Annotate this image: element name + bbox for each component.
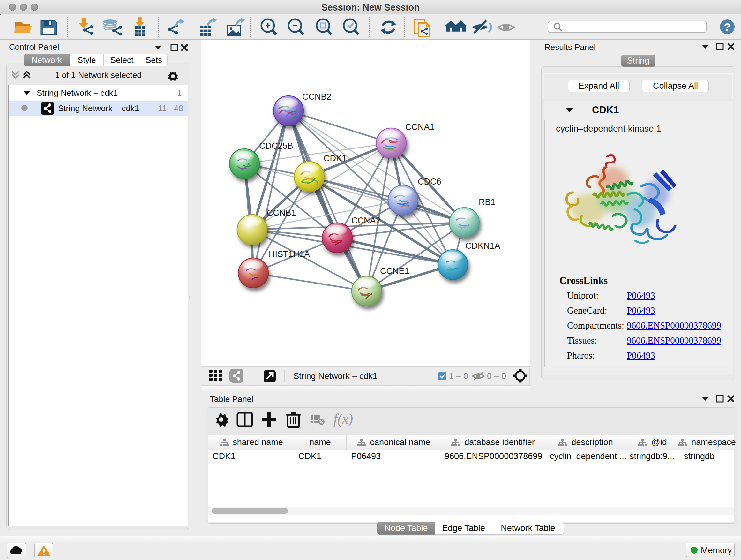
svg-text:HIST1H1A: HIST1H1A <box>269 249 310 259</box>
svg-text:CCNE1: CCNE1 <box>380 266 409 276</box>
svg-text:CCNA2: CCNA2 <box>351 216 381 226</box>
svg-text:CDC25B: CDC25B <box>259 141 293 151</box>
svg-text:1 – 0: 1 – 0 <box>449 371 468 381</box>
svg-text:CDKN1A: CDKN1A <box>465 241 500 251</box>
svg-text:String Network – cdk1: String Network – cdk1 <box>293 371 378 381</box>
svg-text:CDK1: CDK1 <box>324 153 347 163</box>
svg-text:RB1: RB1 <box>479 197 495 207</box>
svg-text:f(x): f(x) <box>333 411 353 427</box>
svg-text:CCNA1: CCNA1 <box>405 122 434 132</box>
svg-text:CCNB1: CCNB1 <box>267 208 296 218</box>
svg-text:0 – 0: 0 – 0 <box>487 371 506 381</box>
svg-text:CCNB2: CCNB2 <box>302 92 332 102</box>
svg-text:CDC6: CDC6 <box>418 177 441 186</box>
